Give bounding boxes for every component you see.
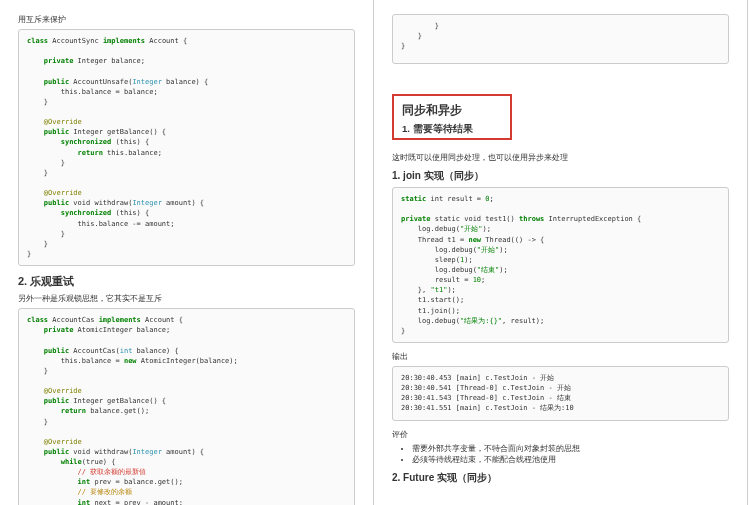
code-account-sync: class AccountSync implements Account { p… [18, 29, 355, 266]
output-label: 输出 [392, 351, 729, 362]
heading-join: 1. join 实现（同步） [392, 169, 729, 183]
sync-async-heading: 同步和异步 [402, 102, 502, 119]
highlight-box: 同步和异步 1. 需要等待结果 [392, 94, 512, 140]
right-intro-1: 这时既可以使用同步处理，也可以使用异步来处理 [392, 152, 729, 163]
left-intro-1: 用互斥来保护 [18, 14, 355, 25]
heading-future: 2. Future 实现（同步） [392, 471, 729, 485]
code-account-cas: class AccountCas implements Account { pr… [18, 308, 355, 505]
eval-list: 需要外部共享变量，不特合面向对象封装的思想 必须等待线程结束，不能配合线程池使用 [412, 444, 729, 465]
eval-label: 评价 [392, 429, 729, 440]
page-left: 用互斥来保护 class AccountSync implements Acco… [0, 0, 374, 505]
eval-item-2: 必须等待线程结束，不能配合线程池使用 [412, 455, 729, 465]
eval-item-1: 需要外部共享变量，不特合面向对象封装的思想 [412, 444, 729, 454]
heading-optimistic: 2. 乐观重试 [18, 274, 355, 289]
output-block: 20:30:40.453 [main] c.TestJoin - 开始 20:3… [392, 366, 729, 421]
code-tail: } } } [392, 14, 729, 64]
code-join: static int result = 0; private static vo… [392, 187, 729, 343]
page-right: } } } 同步和异步 1. 需要等待结果 这时既可以使用同步处理，也可以使用异… [374, 0, 748, 505]
left-intro-2: 另外一种是乐观锁思想，它其实不是互斥 [18, 293, 355, 304]
need-result-heading: 1. 需要等待结果 [402, 123, 502, 136]
